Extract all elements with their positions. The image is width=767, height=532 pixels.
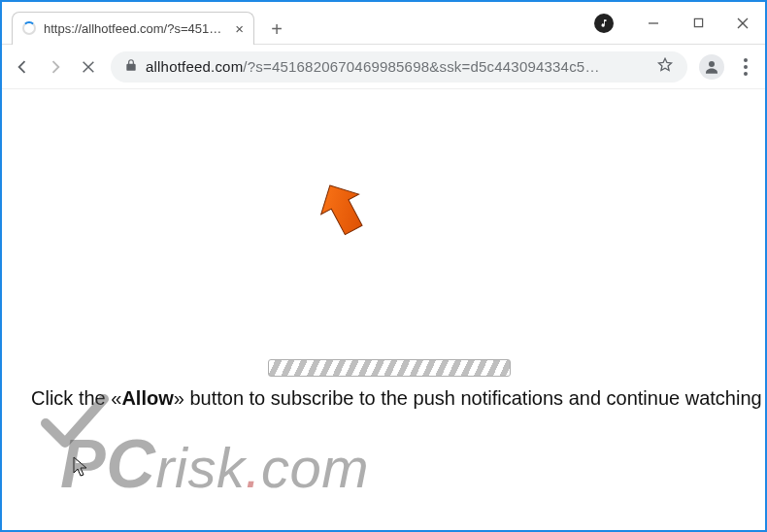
bookmark-star-icon[interactable]: [656, 56, 674, 77]
loading-spinner-icon: [22, 21, 36, 35]
browser-window: https://allhotfeed.com/?s=45168… × +: [0, 0, 767, 532]
window-controls: [631, 2, 765, 45]
maximize-button[interactable]: [676, 2, 720, 45]
browser-menu-button[interactable]: [736, 58, 755, 76]
close-tab-button[interactable]: ×: [235, 20, 244, 37]
svg-point-6: [709, 61, 715, 67]
instruction-suffix: » button to subscribe to the push notifi…: [174, 387, 762, 409]
url-domain: allhotfeed.com: [146, 58, 243, 75]
lock-icon: [124, 58, 138, 75]
active-tab[interactable]: https://allhotfeed.com/?s=45168… ×: [12, 12, 254, 45]
forward-button[interactable]: [45, 56, 66, 78]
fake-loading-bar: [268, 359, 511, 377]
tab-title: https://allhotfeed.com/?s=45168…: [44, 21, 227, 36]
url-text: allhotfeed.com/?s=4516820670469985698&ss…: [146, 58, 649, 75]
instruction-bold: Allow: [121, 387, 173, 409]
page-viewport: Click the «Allow» button to subscribe to…: [2, 89, 765, 530]
tab-strip: https://allhotfeed.com/?s=45168… × +: [2, 2, 291, 45]
svg-rect-1: [694, 18, 702, 26]
titlebar: https://allhotfeed.com/?s=45168… × +: [2, 2, 765, 45]
url-path: /?s=4516820670469985698&ssk=d5c443094334…: [243, 58, 599, 75]
close-window-button[interactable]: [720, 2, 765, 45]
navigation-toolbar: allhotfeed.com/?s=4516820670469985698&ss…: [2, 45, 765, 89]
new-tab-button[interactable]: +: [262, 16, 291, 45]
annotation-arrow-icon: [313, 179, 371, 239]
scam-instruction-text: Click the «Allow» button to subscribe to…: [31, 384, 762, 412]
address-bar[interactable]: allhotfeed.com/?s=4516820670469985698&ss…: [111, 51, 687, 83]
stop-reload-button[interactable]: [78, 56, 99, 78]
profile-avatar-button[interactable]: [699, 54, 724, 80]
media-indicator-icon[interactable]: [594, 14, 614, 33]
watermark-text: PCrisk.com: [60, 425, 369, 503]
plus-icon: +: [271, 18, 283, 41]
back-button[interactable]: [12, 56, 33, 78]
minimize-button[interactable]: [631, 2, 676, 45]
